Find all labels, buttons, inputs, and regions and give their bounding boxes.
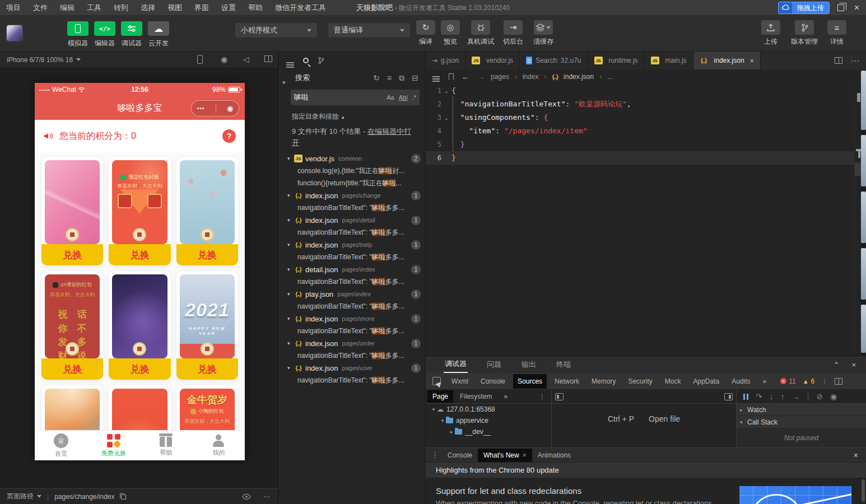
result-match-row[interactable]: navigationBarTitleText": "哆啦多多... <box>278 202 425 214</box>
git-branch-icon[interactable] <box>318 57 324 64</box>
version-control-button[interactable]: 版本管理 <box>786 20 822 46</box>
refresh-results-icon[interactable]: ↻ <box>373 73 380 82</box>
tab-drawer-console[interactable]: Console <box>442 449 478 462</box>
breadcrumb-segment[interactable]: ... <box>607 73 613 81</box>
redeem-button[interactable]: 兑换 <box>176 358 238 380</box>
tab-mine[interactable]: 我的 <box>192 431 245 460</box>
tab-audits[interactable]: Audits <box>727 374 755 389</box>
redeem-card[interactable]: 兑换 <box>109 271 170 380</box>
code-editor[interactable]: 1⌄{ 2 "navigationBarTitleText": "欧皇源码论坛"… <box>426 84 854 356</box>
compile-button[interactable]: ↻ 编译 <box>415 20 437 46</box>
nav-menu-icon[interactable]: ⋮ <box>539 393 551 400</box>
breadcrumb-segment[interactable]: index <box>523 73 539 81</box>
tree-appservice[interactable]: ▾appservice <box>426 415 551 426</box>
window-close-icon[interactable]: × <box>852 0 862 16</box>
redeem-card[interactable]: 2021 HAPPY NEW YEAR 兑换 <box>176 271 238 380</box>
result-match-row[interactable]: navigationBarTitleText": "哆啦多多... <box>278 251 425 263</box>
redeem-button[interactable]: 兑换 <box>41 358 103 380</box>
close-drawer-icon[interactable]: × <box>854 451 866 460</box>
redeem-card[interactable]: 兑换 <box>41 157 103 265</box>
outline-icon[interactable] <box>432 76 440 77</box>
tab-filesystem[interactable]: Filesystem <box>455 390 497 403</box>
result-match-row[interactable]: navigationBarTitleText": "哆啦多多... <box>278 325 425 337</box>
redeem-card[interactable]: 金牛贺岁 小陶的红包 恭喜发财，大吉大利 兑换 <box>176 385 238 430</box>
whole-word-icon[interactable]: Abl <box>399 94 408 101</box>
window-restore-icon[interactable] <box>837 4 844 11</box>
redeem-card[interactable]: 兑换 <box>41 385 103 430</box>
menu-goto[interactable]: 转到 <box>108 0 134 16</box>
collapse-left-icon[interactable] <box>555 393 564 400</box>
remote-debug-button[interactable]: 真机调试 <box>464 20 497 46</box>
tab-problems[interactable]: 问题 <box>486 357 502 372</box>
tab-wxml[interactable]: Wxml <box>447 374 473 389</box>
deactivate-breakpoints-icon[interactable]: ⊘ <box>816 392 823 401</box>
close-capsule-icon[interactable]: ◉ <box>227 104 233 113</box>
debugger-toggle-button[interactable]: 调试器 <box>119 21 145 48</box>
tab-sources[interactable]: Sources <box>513 374 547 389</box>
devtools-menu-icon[interactable]: ⋮ <box>821 377 828 385</box>
switch-background-button[interactable]: ⇥ 切后台 <box>500 20 527 46</box>
nav-back-icon[interactable]: ← <box>462 72 469 81</box>
tab-main-js[interactable]: JS main.js <box>645 52 693 69</box>
upload-button[interactable]: 上传 <box>757 20 784 46</box>
device-frame-icon[interactable] <box>197 55 203 66</box>
breadcrumb-segment[interactable]: index.json <box>564 73 594 81</box>
open-file-label[interactable]: Open file <box>649 414 680 423</box>
more-nav-tabs-icon[interactable]: » <box>499 390 513 403</box>
result-match-row[interactable]: function(){return{title:"我正在哆啦... <box>278 177 425 189</box>
menu-edit[interactable]: 编辑 <box>54 0 81 16</box>
dir-filter-toggle[interactable]: 指定目录和排除 ▲ <box>278 109 425 123</box>
result-match-row[interactable]: console.log(e),{title:"我正在哆啦封... <box>278 165 425 177</box>
step-over-icon[interactable]: ↷ <box>756 392 762 401</box>
file-list-icon[interactable] <box>286 62 294 63</box>
tab-g-json[interactable]: ⇥ g.json <box>426 52 465 69</box>
cloud-dev-button[interactable]: ☁ 云开发 <box>146 21 171 48</box>
split-editor-icon[interactable] <box>835 57 842 64</box>
tab-vendor-js[interactable]: JS vendor.js <box>465 52 520 69</box>
callstack-section[interactable]: ▾Call Stack <box>737 416 866 428</box>
menu-view[interactable]: 视图 <box>161 0 188 16</box>
tree-host[interactable]: ▾☁127.0.0.1:65368 <box>426 404 551 415</box>
menu-file[interactable]: 文件 <box>27 0 54 16</box>
step-out-icon[interactable]: ↑ <box>781 392 785 401</box>
tab-security[interactable]: Security <box>623 374 657 389</box>
more-actions-icon[interactable]: ⋯ <box>850 55 859 66</box>
tab-index-json[interactable]: {..} index.json × <box>693 52 761 69</box>
redeem-card[interactable]: zA青衫的红包 恭喜发财、大吉大利 祝你发财 话不多说 兑换 <box>41 271 103 380</box>
redeem-button[interactable]: 兑换 <box>176 244 238 265</box>
new-search-editor-icon[interactable]: ⧉ <box>399 73 404 83</box>
redeem-card[interactable]: 兑换 <box>176 157 238 265</box>
bookmark-icon[interactable] <box>449 73 454 80</box>
tab-search-results[interactable]: Search: 32.u7u <box>520 52 588 69</box>
redeem-card[interactable]: 兑换 <box>109 385 170 430</box>
preview-button[interactable]: ◎ 预览 <box>439 20 462 46</box>
redeem-button[interactable]: 兑换 <box>109 358 170 380</box>
tab-memory[interactable]: Memory <box>587 374 620 389</box>
close-tab-icon[interactable]: × <box>750 57 755 65</box>
pause-icon[interactable] <box>743 394 748 400</box>
compile-mode-select[interactable]: 普通编译 <box>328 23 410 38</box>
capsule-menu[interactable]: ••• ◉ <box>191 100 239 116</box>
tab-terminal[interactable]: 终端 <box>555 357 572 372</box>
menu-help[interactable]: 帮助 <box>242 0 269 16</box>
page-path-label[interactable]: 页面路径 <box>7 492 34 501</box>
mode-select[interactable]: 小程序模式 <box>235 23 317 38</box>
simulator-toggle-button[interactable]: 模拟器 <box>65 21 91 48</box>
collapse-all-icon[interactable]: ⊟ <box>412 73 418 82</box>
more-tabs-icon[interactable]: » <box>758 374 771 389</box>
step-into-icon[interactable]: ↓ <box>770 392 774 401</box>
user-avatar[interactable] <box>7 25 22 41</box>
regex-icon[interactable]: .* <box>412 94 416 101</box>
watch-section[interactable]: ▸Watch <box>737 404 866 416</box>
help-button[interactable]: ? <box>222 129 236 143</box>
drag-upload-button[interactable]: 拖拽上传 <box>778 2 830 14</box>
search-input[interactable]: 哆啦 Aa Abl .* <box>291 90 420 105</box>
record-icon[interactable]: ◉ <box>221 55 227 64</box>
collapse-right-icon[interactable] <box>724 393 733 400</box>
tab-page[interactable]: Page <box>427 390 453 403</box>
copy-icon[interactable] <box>119 493 127 500</box>
menu-interface[interactable]: 界面 <box>188 0 215 16</box>
menu-tools[interactable]: 工具 <box>81 0 108 16</box>
tab-mock[interactable]: Mock <box>660 374 686 389</box>
match-case-icon[interactable]: Aa <box>387 94 394 101</box>
